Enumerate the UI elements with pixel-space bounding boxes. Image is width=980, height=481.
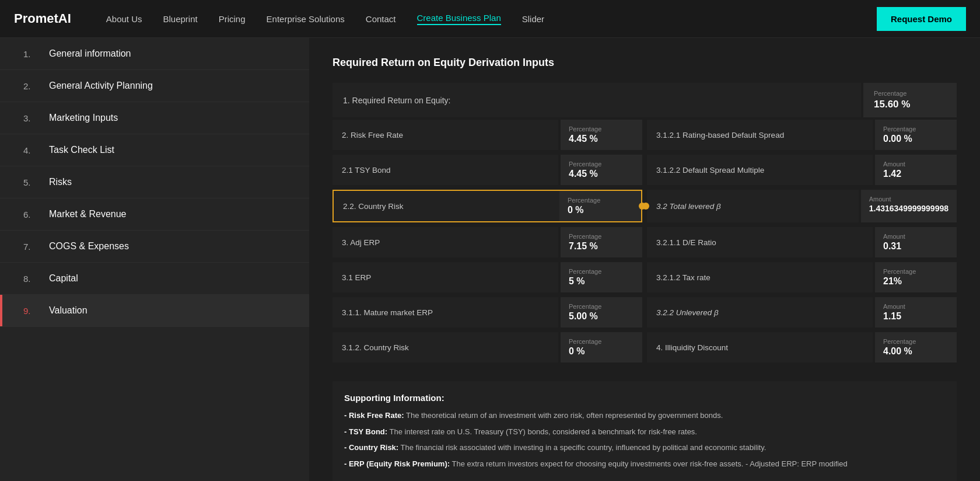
required-return-value-box: Percentage 15.60 % [863, 83, 957, 117]
row-spread-multiple: 3.1.2.2 Default Spread Multiple Amount 1… [647, 155, 957, 185]
nav-slider[interactable]: Slider [522, 14, 544, 24]
sidebar-number-9: 9. [23, 306, 40, 316]
sidebar-label-6: Market & Revenue [49, 209, 127, 219]
sidebar-item-marketing[interactable]: 3. Marketing Inputs [0, 102, 309, 134]
supporting-bold-0: - Risk Free Rate: [344, 411, 404, 420]
active-indicator [0, 295, 2, 326]
sidebar-item-general-information[interactable]: 1. General information [0, 38, 309, 70]
sidebar-item-cogs[interactable]: 7. COGS & Expenses [0, 231, 309, 263]
sidebar-number-5: 5. [23, 177, 40, 187]
sidebar-item-valuation[interactable]: 9. Valuation [0, 295, 309, 327]
page-layout: 1. General information 2. General Activi… [0, 38, 980, 481]
sidebar-label-7: COGS & Expenses [49, 241, 129, 252]
illiquidity-value-box: Percentage 4.00 % [875, 332, 957, 363]
unlevered-beta-label: 3.2.2 Unlevered β [647, 297, 873, 327]
sidebar-number-3: 3. [23, 113, 40, 123]
row-total-levered-beta: 3.2 Total levered β Amount 1.43163499999… [647, 190, 957, 222]
sidebar-label-5: Risks [49, 177, 72, 187]
nav-about-us[interactable]: About Us [106, 14, 142, 24]
supporting-bold-3: - ERP (Equity Risk Premium): [344, 459, 450, 468]
row-tsy-bond: 2.1 TSY Bond Percentage 4.45 % [332, 155, 642, 185]
erp-value-box: Percentage 5 % [561, 262, 642, 292]
row-adj-erp: 3. Adj ERP Percentage 7.15 % [332, 227, 642, 257]
supporting-item-3: - ERP (Equity Risk Premium): The extra r… [344, 458, 945, 470]
rating-spread-value-box: Percentage 0.00 % [875, 120, 957, 150]
total-levered-value: 1.4316349999999998 [869, 204, 949, 213]
tsy-bond-label: 2.1 TSY Bond [332, 155, 558, 185]
total-levered-label: 3.2 Total levered β [647, 190, 859, 222]
tax-rate-value-box: Percentage 21% [875, 262, 957, 292]
illiquidity-value: 4.00 % [883, 346, 949, 357]
rating-spread-label: 3.1.2.1 Rating-based Default Spread [647, 120, 873, 150]
erp-value: 5 % [569, 276, 634, 287]
sidebar: 1. General information 2. General Activi… [0, 38, 309, 481]
unlevered-beta-value-box: Amount 1.15 [875, 297, 957, 327]
illiquidity-label: 4. Illiquidity Discount [647, 332, 873, 363]
nav-enterprise[interactable]: Enterprise Solutions [267, 14, 345, 24]
supporting-info: Supporting Information: - Risk Free Rate… [332, 381, 957, 481]
sidebar-item-capital[interactable]: 8. Capital [0, 263, 309, 295]
row-country-risk-312: 3.1.2. Country Risk Percentage 0 % [332, 332, 642, 363]
request-demo-button[interactable]: Request Demo [877, 7, 966, 31]
country-risk-pct-lbl: Percentage [568, 197, 633, 204]
spread-multiple-amt-lbl: Amount [883, 161, 949, 168]
data-grid: 2. Risk Free Rate Percentage 4.45 % 3.1.… [332, 120, 957, 365]
required-return-pct-label: Percentage [874, 90, 946, 97]
nav-contact[interactable]: Contact [366, 14, 396, 24]
main-content: Required Return on Equity Derivation Inp… [309, 38, 980, 481]
required-return-label: 1. Required Return on Equity: [332, 83, 861, 117]
row-illiquidity: 4. Illiquidity Discount Percentage 4.00 … [647, 332, 957, 363]
nav-blueprint[interactable]: Blueprint [163, 14, 198, 24]
supporting-text-2: The financial risk associated with inves… [401, 443, 766, 452]
sidebar-item-risks[interactable]: 5. Risks [0, 166, 309, 198]
country-risk-label: 2.2. Country Risk [334, 191, 559, 221]
country-risk-312-label: 3.1.2. Country Risk [332, 332, 558, 363]
nav-pricing[interactable]: Pricing [219, 14, 246, 24]
row-required-return: 1. Required Return on Equity: Percentage… [332, 83, 957, 117]
risk-free-pct-lbl: Percentage [569, 126, 634, 133]
unlevered-beta-amt-lbl: Amount [883, 303, 949, 310]
adj-erp-value-box: Percentage 7.15 % [561, 227, 642, 257]
sidebar-item-task[interactable]: 4. Task Check List [0, 134, 309, 166]
section-title: Required Return on Equity Derivation Inp… [332, 57, 957, 69]
row-country-risk: 2.2. Country Risk Percentage 0 % [332, 190, 642, 222]
sidebar-item-market[interactable]: 6. Market & Revenue [0, 198, 309, 231]
spread-multiple-label: 3.1.2.2 Default Spread Multiple [647, 155, 873, 185]
tsy-bond-value-box: Percentage 4.45 % [561, 155, 642, 185]
sidebar-item-general-activity[interactable]: 2. General Activity Planning [0, 70, 309, 102]
connector-dot-left [642, 203, 649, 210]
sidebar-label-3: Marketing Inputs [49, 113, 118, 123]
adj-erp-value: 7.15 % [569, 241, 634, 252]
row-rating-spread: 3.1.2.1 Rating-based Default Spread Perc… [647, 120, 957, 150]
country-risk-312-value: 0 % [569, 346, 634, 357]
sidebar-number-6: 6. [23, 210, 40, 219]
tsy-bond-pct-lbl: Percentage [569, 161, 634, 168]
supporting-bold-2: - Country Risk: [344, 443, 398, 452]
sidebar-number-2: 2. [23, 81, 40, 91]
country-risk-value: 0 % [568, 205, 633, 215]
sidebar-number-7: 7. [23, 242, 40, 252]
erp-pct-lbl: Percentage [569, 268, 634, 275]
de-ratio-amt-lbl: Amount [883, 233, 949, 240]
supporting-text-1: The interest rate on U.S. Treasury (TSY)… [390, 427, 697, 436]
sidebar-number-8: 8. [23, 274, 40, 284]
logo: PrometAI [14, 11, 71, 26]
nav-links: About Us Blueprint Pricing Enterprise So… [106, 13, 877, 25]
supporting-item-2: - Country Risk: The financial risk assoc… [344, 442, 945, 454]
sidebar-label-9: Valuation [49, 305, 88, 316]
mature-erp-value: 5.00 % [569, 311, 634, 322]
de-ratio-value-box: Amount 0.31 [875, 227, 957, 257]
rating-spread-pct-lbl: Percentage [883, 126, 949, 133]
mature-erp-pct-lbl: Percentage [569, 303, 634, 310]
row-mature-erp: 3.1.1. Mature market ERP Percentage 5.00… [332, 297, 642, 327]
nav-create-business-plan[interactable]: Create Business Plan [417, 13, 501, 25]
row-risk-free-rate: 2. Risk Free Rate Percentage 4.45 % [332, 120, 642, 150]
country-risk-312-value-box: Percentage 0 % [561, 332, 642, 363]
mature-erp-label: 3.1.1. Mature market ERP [332, 297, 558, 327]
risk-free-value-box: Percentage 4.45 % [561, 120, 642, 150]
supporting-item-0: - Risk Free Rate: The theoretical return… [344, 410, 945, 421]
sidebar-label-1: General information [49, 48, 131, 59]
row-tax-rate: 3.2.1.2 Tax rate Percentage 21% [647, 262, 957, 292]
row-unlevered-beta: 3.2.2 Unlevered β Amount 1.15 [647, 297, 957, 327]
total-levered-amt-lbl: Amount [869, 196, 949, 203]
